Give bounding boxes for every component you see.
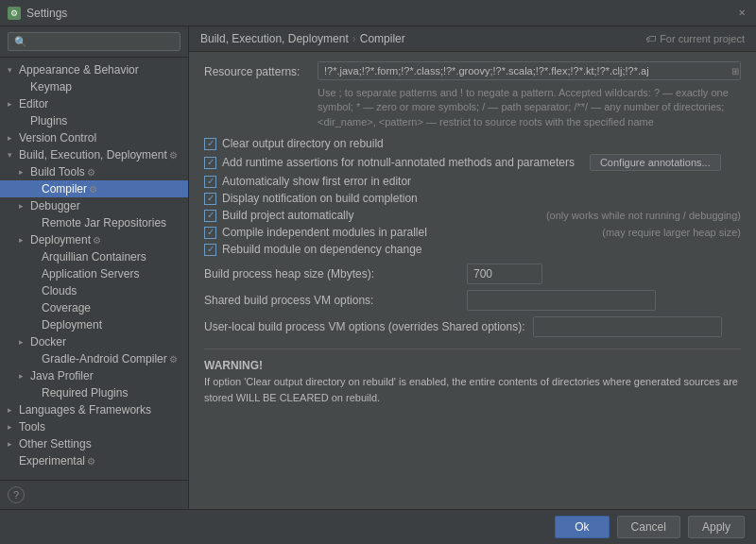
sidebar-item-app-servers[interactable]: Application Servers <box>0 265 188 282</box>
sidebar-item-label: Tools <box>19 420 45 434</box>
gear-icon: ⚙ <box>87 167 95 178</box>
for-current-project-tag: 🏷 For current project <box>645 33 745 44</box>
configure-annotations-button[interactable]: Configure annotations... <box>590 154 721 171</box>
add-runtime-label: Add runtime assertions for notnull-annot… <box>222 156 575 169</box>
sidebar-item-label: Plugins <box>30 114 67 128</box>
sidebar-item-editor[interactable]: ▸ Editor <box>0 95 188 112</box>
sidebar-item-clouds[interactable]: Clouds <box>0 282 188 299</box>
build-auto-checkbox[interactable] <box>204 210 216 222</box>
sidebar-item-remote-jar[interactable]: Remote Jar Repositories <box>0 214 188 231</box>
sidebar: ▾ Appearance & Behavior Keymap ▸ Editor … <box>0 26 189 509</box>
user-local-vm-input[interactable] <box>533 316 722 337</box>
tag-icon: 🏷 <box>645 33 656 44</box>
sidebar-item-label: Languages & Frameworks <box>19 403 151 416</box>
sidebar-item-label: Gradle-Android Compiler <box>42 352 167 366</box>
sidebar-tree: ▾ Appearance & Behavior Keymap ▸ Editor … <box>0 58 188 480</box>
ok-button[interactable]: Ok <box>555 516 609 538</box>
sidebar-item-experimental[interactable]: Experimental ⚙ <box>0 452 188 469</box>
user-local-vm-row: User-local build process VM options (ove… <box>204 316 741 337</box>
apply-button[interactable]: Apply <box>688 516 745 538</box>
sidebar-item-keymap[interactable]: Keymap <box>0 78 188 95</box>
help-button[interactable]: ? <box>8 486 25 503</box>
show-first-error-label: Automatically show first error in editor <box>222 175 411 188</box>
compile-independent-label: Compile independent modules in parallel <box>222 226 427 239</box>
expand-arrow: ▸ <box>19 337 30 347</box>
expand-arrow: ▸ <box>8 405 19 415</box>
sidebar-item-debugger[interactable]: ▸ Debugger <box>0 197 188 214</box>
heap-size-input[interactable] <box>467 264 542 284</box>
expand-arrow: ▸ <box>19 201 30 211</box>
sidebar-item-label: Remote Jar Repositories <box>42 216 166 230</box>
sidebar-item-java-profiler[interactable]: ▸ Java Profiler <box>0 367 188 384</box>
resource-patterns-input[interactable] <box>318 61 741 80</box>
rebuild-module-checkbox[interactable] <box>204 244 216 256</box>
warning-section: WARNING! If option 'Clear output directo… <box>204 348 741 413</box>
checkbox-clear-output: Clear output directory on rebuild <box>204 137 741 150</box>
sidebar-item-other-settings[interactable]: ▸ Other Settings <box>0 435 188 452</box>
title-bar: ⚙ Settings ✕ <box>0 0 756 26</box>
shared-vm-input[interactable] <box>467 290 656 311</box>
cancel-button[interactable]: Cancel <box>617 516 680 538</box>
sidebar-item-label: Docker <box>30 335 66 348</box>
sidebar-item-required-plugins[interactable]: Required Plugins <box>0 384 188 401</box>
sidebar-item-label: Experimental <box>19 454 85 468</box>
expand-button[interactable]: ⊞ <box>731 66 739 76</box>
sidebar-item-plugins[interactable]: Plugins <box>0 112 188 129</box>
clear-output-checkbox[interactable] <box>204 138 216 150</box>
main-content: ▾ Appearance & Behavior Keymap ▸ Editor … <box>0 26 756 509</box>
show-first-error-checkbox[interactable] <box>204 176 216 188</box>
sidebar-item-coverage[interactable]: Coverage <box>0 299 188 316</box>
shared-vm-label: Shared build process VM options: <box>204 294 459 307</box>
window-title: Settings <box>26 7 67 20</box>
sidebar-item-label: Java Profiler <box>30 369 94 382</box>
sidebar-item-docker[interactable]: ▸ Docker <box>0 333 188 350</box>
heap-size-row: Build process heap size (Mbytes): <box>204 264 741 284</box>
sidebar-item-tools[interactable]: ▸ Tools <box>0 418 188 435</box>
shared-vm-row: Shared build process VM options: <box>204 290 741 311</box>
warning-text: WARNING! If option 'Clear output directo… <box>204 357 741 405</box>
gear-icon: ⚙ <box>89 184 97 195</box>
sidebar-item-label: Appearance & Behavior <box>19 63 139 76</box>
sidebar-item-build-execution[interactable]: ▾ Build, Execution, Deployment ⚙ <box>0 146 188 163</box>
checkbox-rebuild-module: Rebuild module on dependency change <box>204 243 741 256</box>
app-icon: ⚙ <box>8 7 21 20</box>
sidebar-item-label: Editor <box>19 97 48 110</box>
compile-independent-checkbox[interactable] <box>204 227 216 239</box>
user-local-vm-label: User-local build process VM options (ove… <box>204 320 525 333</box>
expand-arrow: ▸ <box>8 439 19 449</box>
sidebar-bottom: ? <box>0 480 188 509</box>
sidebar-item-label: Version Control <box>19 131 96 144</box>
sidebar-item-appearance[interactable]: ▾ Appearance & Behavior <box>0 61 188 78</box>
resource-patterns-row: Resource patterns: ⊞ <box>204 61 741 80</box>
warning-title: WARNING! <box>204 359 263 372</box>
sidebar-item-deployment[interactable]: ▸ Deployment ⚙ <box>0 231 188 248</box>
sidebar-item-deployment2[interactable]: Deployment <box>0 316 188 333</box>
sidebar-item-gradle-android[interactable]: Gradle-Android Compiler ⚙ <box>0 350 188 367</box>
sidebar-item-build-tools[interactable]: ▸ Build Tools ⚙ <box>0 163 188 180</box>
sidebar-item-compiler[interactable]: Compiler ⚙ <box>0 180 188 197</box>
add-runtime-checkbox[interactable] <box>204 157 216 169</box>
build-auto-note: (only works while not running / debuggin… <box>527 210 741 221</box>
expand-arrow: ▸ <box>19 371 30 381</box>
expand-arrow: ▸ <box>8 133 19 143</box>
resource-hint: Use ; to separate patterns and ! to nega… <box>204 86 741 129</box>
sidebar-item-label: Deployment <box>42 318 102 332</box>
close-button[interactable]: ✕ <box>735 7 748 20</box>
search-input[interactable] <box>8 32 180 51</box>
sidebar-item-version-control[interactable]: ▸ Version Control <box>0 129 188 146</box>
heap-size-label: Build process heap size (Mbytes): <box>204 267 459 280</box>
sidebar-item-label: Keymap <box>30 80 72 94</box>
sidebar-item-label: Required Plugins <box>42 386 128 400</box>
compile-independent-note: (may require larger heap size) <box>583 227 741 238</box>
sidebar-item-arquillian[interactable]: Arquillian Containers <box>0 248 188 265</box>
right-panel: Build, Execution, Deployment › Compiler … <box>189 26 756 509</box>
breadcrumb-current: Compiler <box>360 32 405 45</box>
sidebar-item-languages[interactable]: ▸ Languages & Frameworks <box>0 401 188 418</box>
breadcrumb: Build, Execution, Deployment › Compiler <box>200 32 405 45</box>
checkbox-add-runtime: Add runtime assertions for notnull-annot… <box>204 154 741 171</box>
panel-content: Resource patterns: ⊞ Use ; to separate p… <box>189 52 756 509</box>
checkbox-build-auto: Build project automatically (only works … <box>204 209 741 222</box>
title-bar-controls[interactable]: ✕ <box>735 7 748 20</box>
display-notification-checkbox[interactable] <box>204 193 216 205</box>
sidebar-item-label: Debugger <box>30 199 80 212</box>
